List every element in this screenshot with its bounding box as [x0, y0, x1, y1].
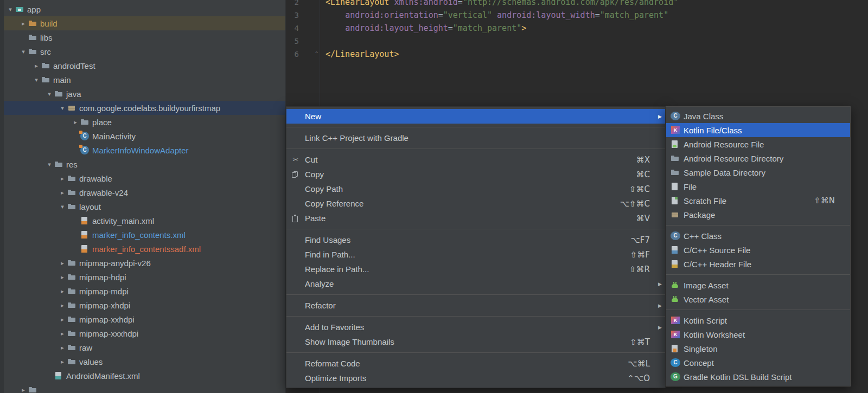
menu-item-copy[interactable]: Copy⌘C: [286, 167, 665, 182]
tree-item-label: AndroidManifest.xml: [66, 371, 140, 381]
menu-item-add-to-favorites[interactable]: Add to Favorites▶: [286, 320, 665, 334]
menu-item-java-class[interactable]: Java Class: [666, 109, 850, 123]
menu-item-sample-data-directory[interactable]: Sample Data Directory: [666, 165, 850, 179]
expand-arrow-icon[interactable]: ▸: [71, 119, 80, 126]
tree-item[interactable]: ▸: [4, 383, 285, 393]
expand-arrow-icon[interactable]: ▸: [58, 330, 67, 337]
tree-item-layout[interactable]: ▾layout: [4, 199, 285, 214]
folder-icon: [67, 273, 76, 281]
menu-item-kotlin-worksheet[interactable]: Kotlin Worksheet: [666, 327, 850, 342]
expand-arrow-icon[interactable]: ▸: [58, 316, 67, 323]
tree-item-java[interactable]: ▾java: [4, 87, 285, 101]
menu-item-copy-reference[interactable]: Copy Reference⌥⇧⌘C: [286, 196, 665, 211]
tree-item-androidmanifest-xml[interactable]: AndroidManifest.xml: [4, 369, 285, 383]
expand-arrow-icon[interactable]: ▸: [58, 175, 67, 182]
tree-item-place[interactable]: ▸place: [4, 115, 285, 129]
tree-item-marker-info-contents-xml[interactable]: marker_info_contents.xml: [4, 228, 285, 242]
tree-item-markerinfowindowadapter[interactable]: MarkerInfoWindowAdapter: [4, 143, 285, 157]
tree-item-mipmap-mdpi[interactable]: ▸mipmap-mdpi: [4, 284, 285, 298]
expand-arrow-icon[interactable]: ▸: [18, 386, 28, 393]
fold-marker-icon[interactable]: ⌃: [314, 48, 319, 61]
tree-item-mipmap-xhdpi[interactable]: ▸mipmap-xhdpi: [4, 298, 285, 312]
tree-item-mipmap-hdpi[interactable]: ▸mipmap-hdpi: [4, 270, 285, 284]
tree-item-drawable-v24[interactable]: ▸drawable-v24: [4, 185, 285, 199]
folder-icon: [67, 315, 76, 324]
menu-item-new[interactable]: New▶: [286, 109, 665, 124]
menu-item-scratch-file[interactable]: Scratch File⇧⌘N: [666, 194, 850, 208]
expand-arrow-icon[interactable]: ▸: [58, 358, 67, 365]
editor-code[interactable]: <LinearLayout xmlns:android="http://sche…: [326, 0, 678, 61]
menu-item-find-usages[interactable]: Find Usages⌥F7: [286, 233, 665, 247]
tree-item-drawable[interactable]: ▸drawable: [4, 171, 285, 185]
menu-item-android-resource-directory[interactable]: Android Resource Directory: [666, 151, 850, 165]
tree-item-raw[interactable]: ▸raw: [4, 340, 285, 355]
collapse-arrow-icon[interactable]: ▾: [58, 203, 67, 210]
menu-item-label: Scratch File: [684, 196, 814, 205]
scissors-icon: [291, 156, 301, 164]
menu-item-c-c-header-file[interactable]: C/C++ Header File: [666, 257, 850, 271]
menu-item-kotlin-script[interactable]: Kotlin Script: [666, 313, 850, 327]
menu-item-label: Copy: [305, 170, 636, 179]
expand-arrow-icon[interactable]: ▸: [58, 274, 67, 281]
expand-arrow-icon[interactable]: ▸: [18, 20, 28, 27]
menu-item-reformat-code[interactable]: Reformat Code⌥⌘L: [286, 356, 665, 371]
menu-item-singleton[interactable]: Singleton: [666, 342, 850, 356]
tree-item-res[interactable]: ▾res: [4, 157, 285, 171]
tree-item-marker-info-contentssadf-xml[interactable]: marker_info_contentssadf.xml: [4, 242, 285, 256]
collapse-arrow-icon[interactable]: ▾: [31, 76, 41, 83]
tree-item-activity-main-xml[interactable]: activity_main.xml: [4, 214, 285, 228]
tree-item-build[interactable]: ▸build: [4, 16, 285, 30]
menu-item-analyze[interactable]: Analyze▶: [286, 276, 665, 291]
tree-item-mipmap-anydpi-v26[interactable]: ▸mipmap-anydpi-v26: [4, 256, 285, 270]
tree-item-mipmap-xxhdpi[interactable]: ▸mipmap-xxhdpi: [4, 312, 285, 326]
menu-item-refactor[interactable]: Refactor▶: [286, 298, 665, 313]
expand-arrow-icon[interactable]: ▸: [58, 302, 67, 309]
scratch-file-icon: [671, 196, 680, 205]
folder-icon: [67, 357, 76, 366]
collapse-arrow-icon[interactable]: ▾: [44, 91, 54, 98]
menu-item-copy-path[interactable]: Copy Path⇧⌘C: [286, 182, 665, 196]
collapse-arrow-icon[interactable]: ▾: [58, 105, 67, 112]
menu-item-gradle-kotlin-dsl-build-script[interactable]: Gradle Kotlin DSL Build Script: [666, 370, 850, 384]
expand-arrow-icon[interactable]: ▸: [58, 344, 67, 351]
menu-item-find-in-path[interactable]: Find in Path...⇧⌘F: [286, 247, 665, 262]
menu-item-concept[interactable]: Concept: [666, 356, 850, 370]
collapse-arrow-icon[interactable]: ▾: [5, 6, 15, 13]
menu-item-c-class[interactable]: C++ Class: [666, 229, 850, 243]
tree-item-app[interactable]: ▾app: [4, 2, 285, 16]
expand-arrow-icon[interactable]: ▸: [58, 189, 67, 196]
collapse-arrow-icon[interactable]: ▾: [44, 161, 54, 168]
tree-item-mainactivity[interactable]: MainActivity: [4, 129, 285, 143]
collapse-arrow-icon[interactable]: ▾: [18, 48, 28, 55]
menu-item-file[interactable]: File: [666, 179, 850, 194]
tree-item-mipmap-xxxhdpi[interactable]: ▸mipmap-xxxhdpi: [4, 326, 285, 340]
menu-item-cut[interactable]: Cut⌘X: [286, 152, 665, 167]
menu-item-android-resource-file[interactable]: Android Resource File: [666, 137, 850, 151]
line-number: 2: [286, 0, 299, 9]
expand-arrow-icon[interactable]: ▸: [58, 260, 67, 267]
tree-item-main[interactable]: ▾main: [4, 73, 285, 87]
menu-item-paste[interactable]: Paste⌘V: [286, 211, 665, 226]
menu-item-optimize-imports[interactable]: Optimize Imports⌃⌥O: [286, 371, 665, 385]
tree-item-label: MarkerInfoWindowAdapter: [92, 146, 189, 155]
tree-item-com-google-codelabs-buildyourfirstmap[interactable]: ▾com.google.codelabs.buildyourfirstmap: [4, 101, 285, 115]
menu-item-image-asset[interactable]: Image Asset: [666, 278, 850, 292]
tree-item-label: drawable-v24: [79, 188, 128, 197]
menu-item-package[interactable]: Package: [666, 208, 850, 222]
menu-item-replace-in-path[interactable]: Replace in Path...⇧⌘R: [286, 262, 665, 276]
tree-item-values[interactable]: ▸values: [4, 355, 285, 369]
menu-item-show-image-thumbnails[interactable]: Show Image Thumbnails⇧⌘T: [286, 334, 665, 349]
menu-item-label: Find in Path...: [305, 250, 630, 259]
code-line: [326, 35, 678, 48]
menu-item-label: Sample Data Directory: [684, 168, 835, 177]
menu-item-kotlin-file-class[interactable]: Kotlin File/Class: [666, 123, 850, 137]
menu-item-link-c-project-with-gradle[interactable]: Link C++ Project with Gradle: [286, 131, 665, 145]
menu-item-vector-asset[interactable]: Vector Asset: [666, 292, 850, 306]
expand-arrow-icon[interactable]: ▸: [58, 288, 67, 295]
expand-arrow-icon[interactable]: ▸: [31, 62, 41, 69]
tree-item-androidtest[interactable]: ▸androidTest: [4, 59, 285, 73]
tree-item-label: build: [40, 19, 58, 28]
menu-item-c-c-source-file[interactable]: C/C++ Source File: [666, 243, 850, 257]
tree-item-libs[interactable]: libs: [4, 30, 285, 44]
tree-item-src[interactable]: ▾src: [4, 44, 285, 59]
